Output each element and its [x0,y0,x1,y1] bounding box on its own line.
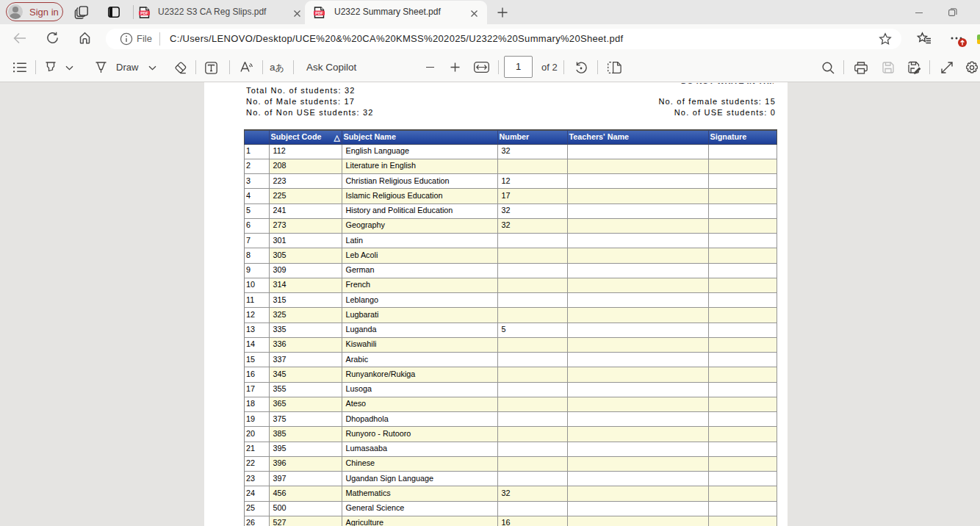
svg-text:PDF: PDF [315,11,323,15]
svg-text:PDF: PDF [140,11,148,15]
